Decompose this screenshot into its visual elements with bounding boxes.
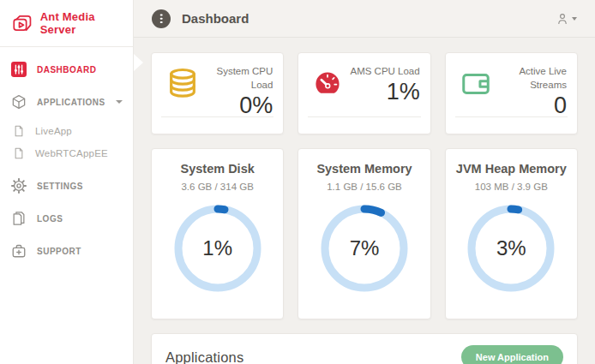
sidebar-nav: DASHBOARD APPLICATIONS LiveApp xyxy=(0,47,133,267)
new-application-button[interactable]: New Application xyxy=(461,345,563,364)
page-title: Dashboard xyxy=(182,11,249,26)
kebab-dots-icon xyxy=(160,17,163,20)
ant-media-server-app: Ant Media Server DASHBOARD xyxy=(0,0,595,364)
user-menu-button[interactable] xyxy=(556,12,577,26)
gauge-title: System Disk xyxy=(159,162,276,176)
sidebar-item-label: DASHBOARD xyxy=(37,65,97,75)
gauge-title: System Memory xyxy=(305,162,423,176)
stat-value: 0% xyxy=(201,92,273,119)
sidebar-item-settings[interactable]: SETTINGS xyxy=(0,170,133,202)
logo-text: Ant Media Server xyxy=(40,10,133,36)
applications-section: Applications New Application xyxy=(151,333,578,364)
sidebar-item-support[interactable]: SUPPORT xyxy=(0,235,133,267)
database-icon xyxy=(165,67,201,119)
dashboard-content: System CPU Load 0% xyxy=(134,38,595,364)
chevron-down-icon xyxy=(116,100,123,104)
stat-label: Active Live Streams xyxy=(493,64,567,92)
gauge-title: JVM Heap Memory xyxy=(453,162,570,176)
sidebar-item-logs[interactable]: LOGS xyxy=(0,202,133,235)
sidebar-item-webrtcappee[interactable]: WebRTCAppEE xyxy=(0,142,133,164)
stat-value: 1% xyxy=(350,79,419,105)
gauge-icon xyxy=(311,67,344,105)
sidebar-item-label: LiveApp xyxy=(35,126,72,136)
sidebar-item-label: APPLICATIONS xyxy=(37,98,105,107)
gear-icon xyxy=(11,178,27,194)
stat-card-ams-cpu-load: AMS CPU Load 1% xyxy=(298,52,430,134)
sidebar-item-dashboard[interactable]: DASHBOARD xyxy=(0,53,133,86)
applications-title: Applications xyxy=(165,349,243,364)
stat-card-active-live-streams: Active Live Streams 0 xyxy=(445,52,578,134)
divider xyxy=(161,116,273,117)
file-icon xyxy=(13,125,25,137)
main-area: Dashboard xyxy=(134,0,595,364)
cube-icon xyxy=(11,94,27,110)
stat-label: System CPU Load xyxy=(201,64,273,92)
sidebar-item-applications[interactable]: APPLICATIONS xyxy=(0,86,133,118)
sidebar-item-label: SETTINGS xyxy=(37,182,83,191)
donut-percent-label: 7% xyxy=(319,203,410,294)
sidebar-item-label: WebRTCAppEE xyxy=(35,148,108,158)
stat-value: 0 xyxy=(493,92,567,119)
sidebar-item-label: SUPPORT xyxy=(37,247,81,256)
topbar: Dashboard xyxy=(134,0,595,38)
gauge-subtitle: 3.6 GB / 314 GB xyxy=(159,182,276,192)
logs-icon xyxy=(11,211,27,226)
gauge-card-jvm-heap-memory: JVM Heap Memory 103 MB / 3.9 GB 3% xyxy=(445,148,578,319)
first-aid-icon xyxy=(11,243,27,259)
sidebar: Ant Media Server DASHBOARD xyxy=(0,0,134,364)
active-item-arrow xyxy=(134,54,143,71)
wallet-icon xyxy=(459,67,493,119)
donut-percent-label: 1% xyxy=(172,203,263,294)
ant-media-logo-icon xyxy=(11,14,33,33)
donut-chart: 3% xyxy=(466,203,556,294)
logo[interactable]: Ant Media Server xyxy=(0,0,133,47)
gauge-card-system-memory: System Memory 1.1 GB / 15.6 GB 7% xyxy=(298,148,430,319)
donut-chart: 7% xyxy=(319,203,410,294)
gauge-subtitle: 1.1 GB / 15.6 GB xyxy=(305,182,423,192)
sidebar-item-label: LOGS xyxy=(37,214,63,224)
chevron-down-icon xyxy=(572,17,577,21)
donut-percent-label: 3% xyxy=(466,203,556,294)
divider xyxy=(308,116,420,117)
donut-chart: 1% xyxy=(172,203,263,294)
person-icon xyxy=(556,12,569,26)
menu-toggle-button[interactable] xyxy=(152,9,171,28)
gauge-card-system-disk: System Disk 3.6 GB / 314 GB 1% xyxy=(151,148,284,319)
sliders-icon xyxy=(11,62,27,77)
gauge-subtitle: 103 MB / 3.9 GB xyxy=(453,182,570,192)
applications-submenu: LiveApp WebRTCAppEE xyxy=(0,118,133,170)
cards-grid: System CPU Load 0% xyxy=(151,52,578,319)
divider xyxy=(455,116,568,117)
stat-card-system-cpu-load: System CPU Load 0% xyxy=(151,52,284,134)
stat-label: AMS CPU Load xyxy=(350,64,419,78)
file-icon xyxy=(13,147,25,159)
sidebar-item-liveapp[interactable]: LiveApp xyxy=(0,120,133,142)
